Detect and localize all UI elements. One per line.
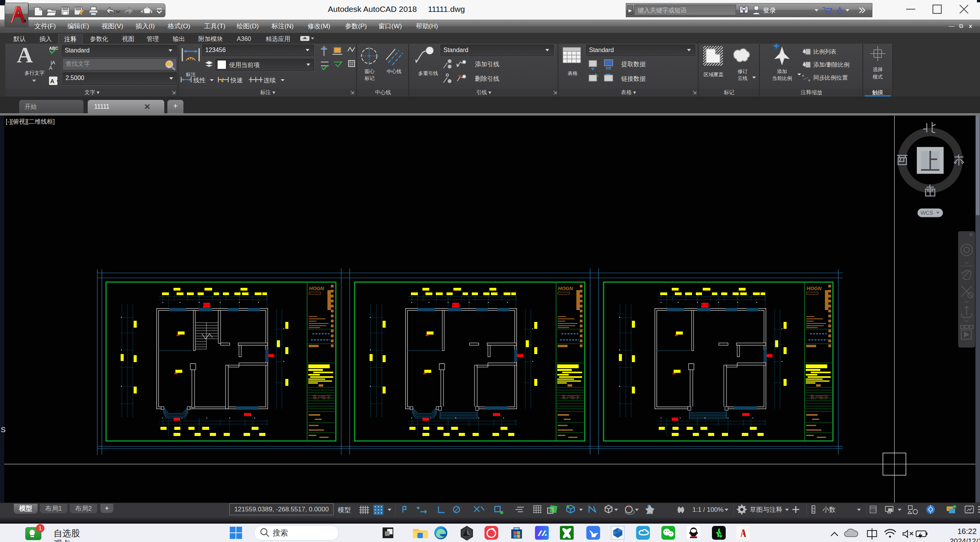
svg-text:1:1 / 100%: 1:1 / 100%: [692, 506, 723, 513]
svg-text:A: A: [50, 78, 54, 84]
svg-text:A: A: [49, 65, 52, 71]
svg-text:登录: 登录: [763, 7, 776, 14]
svg-text:ABC: ABC: [49, 46, 58, 51]
svg-text:|A: |A: [51, 60, 55, 65]
svg-text:16:22: 16:22: [957, 527, 977, 535]
svg-text:2024/12/11: 2024/12/11: [950, 537, 980, 542]
svg-text:草图与注释: 草图与注释: [750, 506, 782, 513]
svg-text:小数: 小数: [822, 506, 836, 513]
svg-text:WCS: WCS: [921, 210, 933, 216]
